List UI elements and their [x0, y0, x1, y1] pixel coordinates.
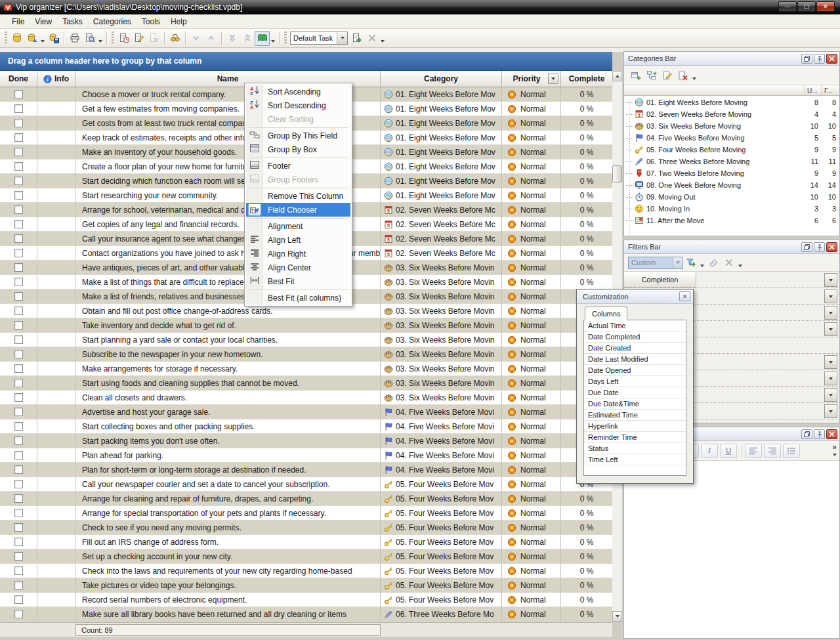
- field-chooser-item[interactable]: Days Left: [584, 376, 686, 387]
- category-tree-item[interactable]: 09. Moving Out1010: [626, 191, 839, 203]
- done-checkbox[interactable]: [14, 335, 23, 344]
- column-header-category[interactable]: Category: [381, 71, 502, 87]
- done-checkbox[interactable]: [14, 220, 23, 228]
- dialog-close-button[interactable]: ✕: [679, 291, 690, 301]
- column-header-done[interactable]: Done: [0, 71, 37, 87]
- menu-tools[interactable]: Tools: [136, 15, 165, 28]
- done-checkbox[interactable]: [14, 263, 23, 272]
- add-subcategory-button[interactable]: [644, 68, 660, 83]
- category-tree-item[interactable]: 05. Four Weeks Before Moving99: [626, 144, 839, 156]
- italic-button[interactable]: I: [701, 444, 718, 458]
- category-tree-item[interactable]: 06. Three Weeks Before Moving1111: [626, 156, 839, 167]
- filter-value-dropdown[interactable]: [824, 322, 837, 336]
- panel-restore-button[interactable]: [801, 242, 812, 252]
- task-row[interactable]: Plan ahead for parking.04. Five Weeks Be…: [0, 448, 612, 463]
- menu-categories[interactable]: Categories: [88, 15, 136, 28]
- done-checkbox[interactable]: [14, 148, 23, 156]
- panel-close-button[interactable]: [826, 242, 837, 252]
- category-tree-item[interactable]: 01. Eight Weeks Before Moving88: [626, 96, 839, 108]
- field-chooser-item[interactable]: Due Date&Time: [584, 398, 686, 410]
- done-checkbox[interactable]: [14, 437, 23, 445]
- category-tree-item[interactable]: 03. Six Weeks Before Moving1010: [626, 120, 839, 132]
- field-chooser-item[interactable]: Due Date: [584, 387, 686, 398]
- panel-pin-button[interactable]: [814, 242, 825, 252]
- task-row[interactable]: Clean all closets and drawers.03. Six We…: [0, 391, 612, 405]
- move-up-button[interactable]: [203, 31, 219, 46]
- menu-item-group-by-this-field[interactable]: Group By This Field: [246, 129, 350, 142]
- menu-file[interactable]: File: [7, 15, 30, 28]
- print-dropdown[interactable]: [97, 31, 104, 45]
- save-database-button[interactable]: [46, 31, 61, 46]
- done-checkbox[interactable]: [14, 90, 23, 98]
- delete-filter-button[interactable]: [721, 255, 737, 270]
- column-header-complete[interactable]: Complete: [561, 71, 612, 87]
- task-row[interactable]: Fill out an IRS change of address form.0…: [0, 535, 612, 549]
- new-task-button[interactable]: [116, 31, 131, 46]
- priority-filter-dropdown[interactable]: [548, 74, 558, 84]
- menu-item-group-footers[interactable]: Group Footers: [246, 173, 350, 186]
- filter-value-dropdown[interactable]: [824, 372, 837, 385]
- done-checkbox[interactable]: [14, 162, 23, 171]
- category-tree-item[interactable]: 07. Two Weeks Before Moving99: [626, 167, 839, 179]
- panel-close-button[interactable]: [826, 429, 837, 439]
- filter-field-header[interactable]: Completion: [624, 272, 696, 288]
- notes-toolbar-overflow[interactable]: »: [832, 444, 837, 457]
- task-row[interactable]: Arrange for cleaning and repair of furni…: [0, 492, 612, 506]
- filter-value-dropdown[interactable]: [824, 289, 837, 303]
- done-checkbox[interactable]: [14, 465, 23, 474]
- new-database-button[interactable]: [9, 31, 24, 46]
- done-checkbox[interactable]: [14, 523, 23, 532]
- field-chooser-item[interactable]: Date Completed: [584, 331, 686, 343]
- menu-tasks[interactable]: Tasks: [57, 15, 88, 28]
- category-tree-item[interactable]: 04. Five Weeks Before Moving55: [626, 132, 839, 144]
- done-checkbox[interactable]: [14, 538, 23, 546]
- field-chooser-item[interactable]: Hyperlink: [584, 421, 686, 432]
- open-database-button[interactable]: [24, 31, 39, 46]
- panel-close-button[interactable]: [826, 54, 837, 64]
- done-checkbox[interactable]: [14, 408, 23, 416]
- menu-item-sort-ascending[interactable]: AZSort Ascending: [246, 85, 350, 98]
- done-checkbox[interactable]: [14, 234, 23, 243]
- delete-template-button[interactable]: [364, 31, 379, 46]
- done-checkbox[interactable]: [14, 104, 23, 113]
- field-chooser-item[interactable]: Time Left: [584, 454, 686, 465]
- filter-apply-dropdown[interactable]: [699, 255, 705, 270]
- clear-filter-button[interactable]: [705, 255, 721, 270]
- field-chooser-item[interactable]: Status: [584, 443, 686, 454]
- bullet-list-button[interactable]: [783, 444, 800, 458]
- menu-item-footer[interactable]: Footer: [246, 159, 350, 173]
- done-checkbox[interactable]: [14, 595, 23, 604]
- field-chooser-item[interactable]: Date Last Modified: [584, 354, 686, 365]
- done-checkbox[interactable]: [14, 177, 23, 185]
- done-checkbox[interactable]: [14, 307, 23, 315]
- done-checkbox[interactable]: [14, 393, 23, 402]
- categories-toolbar-overflow[interactable]: [691, 68, 698, 83]
- menu-item-align-right[interactable]: Align Right: [246, 247, 350, 261]
- category-tree-item[interactable]: 502. Seven Weeks Before Moving44: [626, 108, 839, 120]
- task-row[interactable]: Start collecting boxes and other packing…: [0, 419, 612, 434]
- filter-value-dropdown[interactable]: [824, 388, 837, 402]
- task-row[interactable]: Check into the laws and requirements of …: [0, 564, 612, 578]
- column-header-info[interactable]: i Info: [37, 71, 75, 87]
- done-checkbox[interactable]: [14, 480, 23, 488]
- menu-item-clear-sorting[interactable]: Clear Sorting: [246, 112, 350, 126]
- done-checkbox[interactable]: [14, 133, 23, 142]
- menu-item-align-left[interactable]: Align Left: [246, 233, 350, 247]
- column-header-priority[interactable]: Priority: [502, 71, 561, 87]
- done-checkbox[interactable]: [14, 350, 23, 358]
- filter-value-dropdown[interactable]: [824, 355, 837, 369]
- task-row[interactable]: Plan for short-term or long-term storage…: [0, 463, 612, 477]
- categories-col-total[interactable]: Г...: [822, 85, 839, 96]
- align-left-button[interactable]: [745, 444, 762, 458]
- scroll-down-button[interactable]: [612, 611, 622, 622]
- task-row[interactable]: Arrange for special transportation of yo…: [0, 506, 612, 521]
- field-chooser-item[interactable]: Estimated Time: [584, 410, 686, 421]
- menu-item-alignment[interactable]: Alignment: [246, 219, 350, 233]
- notes-dropdown[interactable]: [270, 31, 276, 45]
- done-checkbox[interactable]: [14, 552, 23, 561]
- done-checkbox[interactable]: [14, 509, 23, 517]
- task-row[interactable]: Make arrangements for storage if necessa…: [0, 362, 612, 376]
- done-checkbox[interactable]: [14, 581, 23, 589]
- filter-value-dropdown[interactable]: [824, 404, 837, 418]
- task-row[interactable]: Subscribe to the newspaper in your new h…: [0, 347, 612, 362]
